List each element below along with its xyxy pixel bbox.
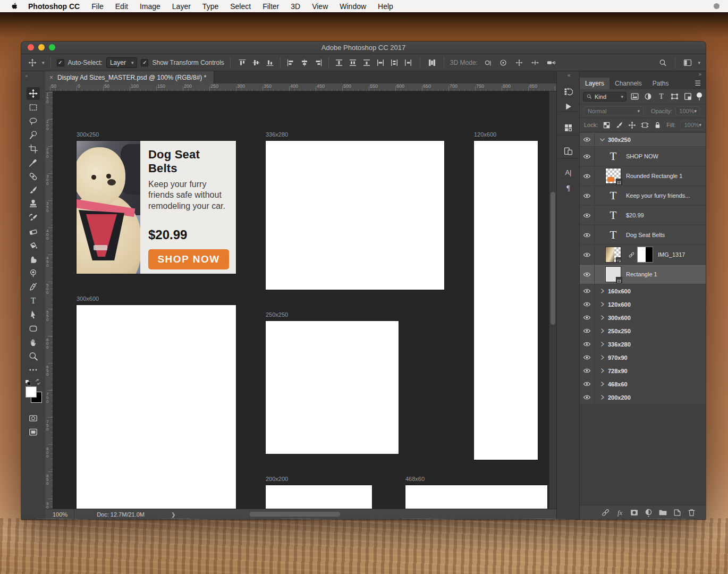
dist-vcenter-icon[interactable] — [347, 57, 359, 69]
visibility-cell[interactable] — [580, 298, 595, 311]
tab-paths[interactable]: Paths — [647, 78, 674, 89]
lock-lockframe-icon[interactable] — [641, 121, 649, 129]
visibility-cell[interactable] — [580, 377, 595, 391]
menu-item-help[interactable]: Help — [378, 2, 393, 11]
fill-value[interactable]: 100% ▾ — [680, 121, 705, 130]
eye-icon[interactable] — [583, 271, 591, 278]
eye-icon[interactable] — [583, 136, 591, 144]
tool-smudge[interactable] — [27, 253, 40, 266]
foreground-color-swatch[interactable] — [26, 386, 37, 398]
panel-icon-libraries[interactable] — [563, 122, 574, 133]
tool-eyedropper[interactable] — [27, 156, 40, 169]
align-hcenter-icon[interactable] — [299, 57, 310, 69]
tool-pathselect[interactable] — [27, 308, 40, 321]
layer-mask-thumbnail[interactable] — [637, 247, 653, 263]
chevron-right-icon[interactable] — [599, 314, 606, 321]
lock-brush-icon[interactable] — [615, 121, 623, 129]
newlayer-icon[interactable] — [673, 508, 682, 517]
vertical-scrollbar[interactable] — [549, 91, 556, 509]
show-transform-checkbox[interactable]: ✓ — [141, 59, 148, 66]
visibility-cell[interactable] — [580, 337, 595, 351]
auto-select-dropdown[interactable]: Layer ▾ — [106, 57, 138, 68]
layer-row-250x250[interactable]: 250x250 — [580, 324, 706, 337]
layer-row-300x600[interactable]: 300x600 — [580, 311, 706, 324]
visibility-cell[interactable] — [580, 364, 595, 377]
menubar-status-icon[interactable] — [714, 3, 719, 9]
tools-collapse-icon[interactable]: » — [25, 73, 28, 79]
menu-app-name[interactable]: Photoshop CC — [28, 2, 80, 11]
tab-channels[interactable]: Channels — [610, 78, 647, 89]
filter-kind-adjust[interactable] — [644, 92, 653, 101]
panel-collapse-icon[interactable]: » — [698, 71, 701, 77]
3d-roll-icon[interactable] — [497, 57, 509, 69]
tab-layers[interactable]: Layers — [580, 78, 610, 89]
tool-history[interactable] — [27, 212, 40, 224]
vertical-scrollbar-thumb[interactable] — [551, 192, 555, 325]
layer-row-200x200[interactable]: 200x200 — [580, 391, 706, 404]
align-right-icon[interactable] — [312, 57, 324, 69]
lock-padlock-icon[interactable] — [654, 121, 662, 129]
align-vcenter-icon[interactable] — [250, 57, 262, 69]
artboard-120x600[interactable] — [474, 141, 538, 460]
eye-icon[interactable] — [583, 367, 591, 375]
menu-item-file[interactable]: File — [91, 2, 104, 11]
canvas[interactable]: 300x250 — [53, 91, 556, 509]
lock-lockchecker-icon[interactable] — [603, 121, 611, 129]
auto-align-icon[interactable] — [426, 57, 438, 69]
swap-colors-icon[interactable] — [35, 378, 41, 385]
filter-kind-type[interactable]: T — [657, 92, 666, 101]
link-icon[interactable] — [601, 508, 610, 517]
3d-camera-icon[interactable] — [545, 57, 557, 69]
menu-item-layer[interactable]: Layer — [172, 2, 191, 11]
eye-icon[interactable] — [583, 231, 591, 239]
layer-row-dog-seat-belts[interactable]: TDog Seat Belts — [580, 225, 706, 245]
tab-close-icon[interactable]: × — [49, 74, 53, 81]
visibility-cell[interactable] — [580, 133, 595, 146]
menu-item-type[interactable]: Type — [202, 2, 218, 11]
eye-icon[interactable] — [583, 314, 591, 322]
tool-more[interactable] — [27, 364, 40, 376]
layer-row-keep-your-furry-friends-[interactable]: TKeep your furry friends... — [580, 186, 706, 206]
chevron-right-icon[interactable] — [599, 301, 606, 308]
tool-crop[interactable] — [27, 142, 40, 155]
apple-menu-icon[interactable] — [11, 2, 19, 11]
eye-icon[interactable] — [583, 192, 591, 200]
dist-top-icon[interactable] — [333, 57, 345, 69]
layer-row-728x90[interactable]: 728x90 — [580, 364, 706, 377]
quick-mask-button[interactable] — [27, 412, 40, 425]
layer-row-970x90[interactable]: 970x90 — [580, 351, 706, 364]
dist-bottom-icon[interactable] — [361, 57, 373, 69]
visibility-cell[interactable] — [580, 284, 595, 298]
menu-item-image[interactable]: Image — [140, 2, 160, 11]
screen-mode-button[interactable] — [27, 426, 40, 438]
dock-collapse-icon[interactable]: « — [568, 72, 571, 78]
eye-icon[interactable] — [583, 300, 591, 308]
chevron-right-icon[interactable] — [599, 354, 606, 361]
lock-move-icon[interactable] — [628, 121, 636, 129]
dist-hcenter-icon[interactable] — [388, 57, 400, 69]
menu-item-view[interactable]: View — [312, 2, 328, 11]
panel-menu-icon[interactable]: ☰ — [695, 78, 706, 89]
fx-icon[interactable]: fx — [615, 508, 624, 517]
tool-healing[interactable] — [27, 170, 40, 183]
layer-row-468x60[interactable]: 468x60 — [580, 377, 706, 391]
artboard-300x600[interactable] — [77, 305, 236, 509]
tool-hand[interactable] — [27, 336, 40, 349]
eye-icon[interactable] — [583, 287, 591, 295]
auto-select-checkbox[interactable]: ✓ — [57, 59, 64, 66]
artboard-300x250[interactable]: Dog Seat Belts Keep your furry friends s… — [77, 141, 236, 274]
default-colors-icon[interactable] — [25, 378, 31, 385]
horizontal-scrollbar-thumb[interactable] — [250, 512, 340, 517]
layer-row--20-99[interactable]: T$20.99 — [580, 206, 706, 225]
eye-icon[interactable] — [583, 172, 591, 180]
tool-dodge[interactable] — [27, 267, 40, 280]
layer-row-rounded-rectangle-1[interactable]: Rounded Rectangle 1 — [580, 166, 706, 186]
opacity-value[interactable]: 100% ▾ — [675, 106, 700, 115]
move-tool-preset-icon[interactable] — [27, 57, 38, 69]
status-chevron-icon[interactable]: ❯ — [171, 512, 175, 518]
menu-item-3d[interactable]: 3D — [291, 2, 300, 11]
panel-icon-paragraph[interactable]: ¶ — [563, 183, 574, 194]
tool-pen[interactable] — [27, 281, 40, 293]
tool-brush[interactable] — [27, 184, 40, 197]
vertical-ruler[interactable]: 1502002503003504004505005506006507007508… — [45, 91, 53, 509]
